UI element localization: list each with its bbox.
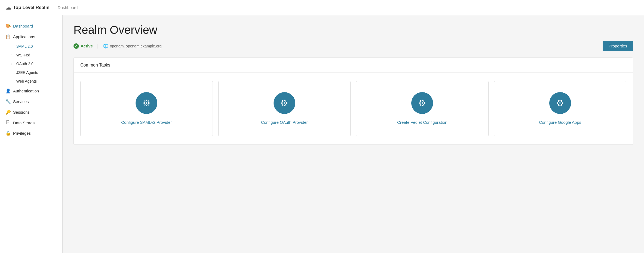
chevron-webagents-icon: › (11, 80, 13, 83)
sidebar-item-applications[interactable]: 📋 Applications (0, 31, 62, 42)
chevron-saml-icon: › (11, 45, 13, 48)
topbar-nav: Dashboard (58, 5, 78, 10)
services-icon: 🔧 (5, 99, 10, 104)
sidebar-item-services[interactable]: 🔧 Services (0, 96, 62, 107)
sidebar-sessions-label: Sessions (13, 110, 30, 115)
task-samlv2-icon: ⚙ (136, 92, 157, 114)
globe-icon: 🌐 (103, 43, 108, 49)
chevron-wsfed-icon: › (11, 53, 13, 57)
sessions-icon: 🔑 (5, 110, 10, 115)
sidebar-applications-label: Applications (13, 34, 35, 39)
sidebar-authentication-label: Authentication (13, 89, 39, 93)
sidebar-sub-oauth[interactable]: › OAuth 2.0 (0, 59, 62, 68)
sidebar-item-authentication[interactable]: 👤 Authentication (0, 86, 62, 96)
sidebar-oauth-label: OAuth 2.0 (16, 62, 33, 66)
privileges-icon: 🔒 (5, 131, 10, 136)
sidebar-sub-saml[interactable]: › SAML 2.0 (0, 42, 62, 51)
sidebar: 🎨 Dashboard 📋 Applications › SAML 2.0 › … (0, 15, 63, 253)
task-google-icon: ⚙ (549, 92, 571, 114)
task-item-google[interactable]: ⚙ Configure Google Apps (494, 81, 627, 136)
sidebar-services-label: Services (13, 99, 29, 104)
task-fedlet-label: Create Fedlet Configuration (397, 119, 447, 125)
task-fedlet-icon: ⚙ (411, 92, 433, 114)
sidebar-saml-label: SAML 2.0 (16, 44, 33, 49)
status-left: ✓ Active | 🌐 openam, openam.example.org (73, 43, 162, 49)
sidebar-dashboard-label: Dashboard (13, 24, 33, 28)
layout: 🎨 Dashboard 📋 Applications › SAML 2.0 › … (0, 15, 644, 253)
cloud-icon: ☁ (5, 4, 11, 11)
task-oauth-icon: ⚙ (274, 92, 295, 114)
sidebar-sub-j2ee[interactable]: › J2EE Agents (0, 68, 62, 77)
task-item-fedlet[interactable]: ⚙ Create Fedlet Configuration (356, 81, 489, 136)
tasks-card: Common Tasks ⚙ Configure SAMLv2 Provider… (73, 58, 633, 145)
task-item-samlv2[interactable]: ⚙ Configure SAMLv2 Provider (80, 81, 213, 136)
tasks-grid: ⚙ Configure SAMLv2 Provider ⚙ Configure … (74, 73, 633, 144)
sidebar-item-privileges[interactable]: 🔒 Privileges (0, 128, 62, 138)
sidebar-webagents-label: Web Agents (16, 79, 37, 83)
page-title: Realm Overview (73, 23, 633, 37)
realm-info-text: openam, openam.example.org (110, 44, 162, 48)
dashboard-icon: 🎨 (5, 23, 10, 29)
topbar-nav-dashboard[interactable]: Dashboard (58, 5, 78, 10)
task-samlv2-label: Configure SAMLv2 Provider (121, 119, 172, 125)
chevron-oauth-icon: › (11, 62, 13, 65)
properties-button[interactable]: Properties (603, 41, 633, 51)
sidebar-sub-wsfed[interactable]: › WS-Fed (0, 51, 62, 59)
brand-label: Top Level Realm (13, 5, 50, 10)
authentication-icon: 👤 (5, 88, 10, 94)
datastores-icon: 🗄 (5, 120, 10, 125)
sidebar-datastores-label: Data Stores (13, 121, 35, 125)
task-google-label: Configure Google Apps (539, 119, 581, 125)
sidebar-sub-webagents[interactable]: › Web Agents (0, 77, 62, 86)
sidebar-privileges-label: Privileges (13, 131, 31, 135)
separator: | (97, 43, 99, 49)
sidebar-item-datastores[interactable]: 🗄 Data Stores (0, 118, 62, 128)
sidebar-wsfed-label: WS-Fed (16, 53, 30, 57)
applications-icon: 📋 (5, 34, 10, 39)
sidebar-j2ee-label: J2EE Agents (16, 70, 38, 75)
status-badge: ✓ Active (73, 43, 93, 49)
tasks-header: Common Tasks (74, 58, 633, 73)
chevron-j2ee-icon: › (11, 71, 13, 74)
task-item-oauth[interactable]: ⚙ Configure OAuth Provider (218, 81, 351, 136)
sidebar-item-sessions[interactable]: 🔑 Sessions (0, 107, 62, 118)
task-oauth-label: Configure OAuth Provider (261, 119, 308, 125)
realm-info: 🌐 openam, openam.example.org (103, 43, 162, 49)
status-bar: ✓ Active | 🌐 openam, openam.example.org … (73, 41, 633, 51)
check-circle-icon: ✓ (73, 43, 79, 49)
brand[interactable]: ☁ Top Level Realm (5, 4, 50, 11)
status-label: Active (81, 44, 93, 48)
main-content: Realm Overview ✓ Active | 🌐 openam, open… (63, 15, 644, 253)
topbar: ☁ Top Level Realm Dashboard (0, 0, 644, 15)
sidebar-item-dashboard[interactable]: 🎨 Dashboard (0, 21, 62, 31)
